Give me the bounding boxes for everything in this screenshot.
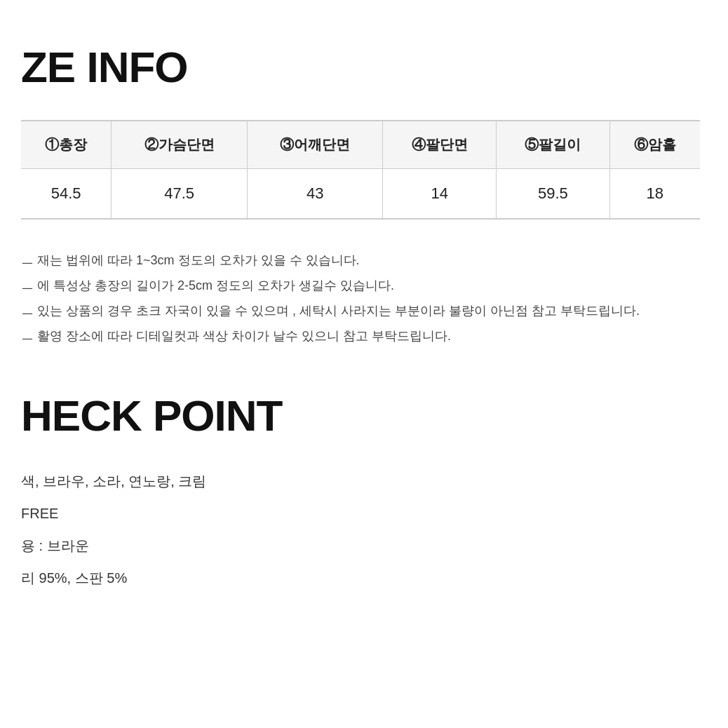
note-item: ㅡ 재는 법위에 따라 1~3cm 정도의 오차가 있을 수 있습니다. (21, 248, 700, 273)
table-header-cell: ①총장 (21, 121, 112, 169)
size-info-title: ZE INFO (21, 42, 700, 92)
table-header-cell: ⑤팔길이 (497, 121, 610, 169)
table-header-cell: ④팔단면 (383, 121, 497, 169)
check-item: 색, 브라우, 소라, 연노랑, 크림 (21, 469, 700, 494)
table-cell: 43 (247, 169, 383, 220)
page-wrapper: ZE INFO ①총장②가슴단면③어깨단면④팔단면⑤팔길이⑥암홀 54.547.… (0, 0, 728, 633)
table-header-cell: ③어깨단면 (247, 121, 383, 169)
table-head: ①총장②가슴단면③어깨단면④팔단면⑤팔길이⑥암홀 (21, 121, 700, 169)
size-table-wrapper: ①총장②가슴단면③어깨단면④팔단면⑤팔길이⑥암홀 54.547.5431459.… (21, 120, 700, 220)
size-info-section: ZE INFO ①총장②가슴단면③어깨단면④팔단면⑤팔길이⑥암홀 54.547.… (21, 42, 700, 349)
check-item: 리 95%, 스판 5% (21, 565, 700, 591)
table-header-cell: ⑥암홀 (609, 121, 700, 169)
table-row: 54.547.5431459.518 (21, 169, 700, 220)
note-item: ㅡ 활영 장소에 따라 디테일컷과 색상 차이가 날수 있으니 참고 부탁드립니… (21, 323, 700, 349)
note-item: ㅡ 에 특성상 총장의 길이가 2-5cm 정도의 오차가 생길수 있습니다. (21, 273, 700, 298)
table-header-row: ①총장②가슴단면③어깨단면④팔단면⑤팔길이⑥암홀 (21, 121, 700, 169)
check-point-section: HECK POINT 색, 브라우, 소라, 연노랑, 크림FREE용 : 브라… (21, 391, 700, 591)
table-cell: 14 (383, 169, 497, 220)
size-table: ①총장②가슴단면③어깨단면④팔단면⑤팔길이⑥암홀 54.547.5431459.… (21, 120, 700, 220)
table-cell: 59.5 (497, 169, 610, 220)
table-body: 54.547.5431459.518 (21, 169, 700, 220)
check-item: FREE (21, 501, 700, 526)
note-item: ㅡ 있는 상품의 경우 초크 자국이 있을 수 있으며 , 세탁시 사라지는 부… (21, 298, 700, 323)
check-items: 색, 브라우, 소라, 연노랑, 크림FREE용 : 브라운리 95%, 스판 … (21, 469, 700, 591)
check-point-title: HECK POINT (21, 391, 700, 440)
notes-section: ㅡ 재는 법위에 따라 1~3cm 정도의 오차가 있을 수 있습니다.ㅡ 에 … (21, 248, 700, 349)
check-item: 용 : 브라운 (21, 533, 700, 558)
table-cell: 18 (609, 169, 700, 220)
table-cell: 54.5 (21, 169, 112, 220)
table-cell: 47.5 (112, 169, 248, 220)
table-header-cell: ②가슴단면 (112, 121, 248, 169)
